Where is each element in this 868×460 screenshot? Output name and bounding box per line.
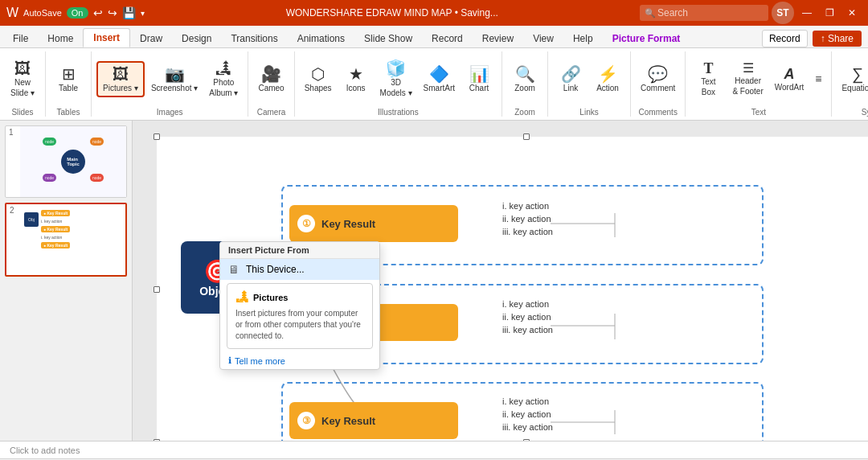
tab-animations[interactable]: Animations [288, 30, 354, 47]
tab-picture-format[interactable]: Picture Format [603, 30, 690, 47]
slides-group-label: Slides [5, 106, 40, 117]
photo-album-btn[interactable]: 🏞 Photo Album ▾ [204, 57, 243, 101]
pictures-btn[interactable]: 🖼 Pictures ▾ [96, 61, 145, 97]
minimize-button[interactable]: — [797, 3, 817, 23]
autosave-toggle[interactable]: On [67, 7, 88, 18]
ribbon-group-camera: 🎥 Cameo Camera [248, 51, 294, 117]
cameo-btn[interactable]: 🎥 Cameo [253, 63, 289, 96]
wordart-icon: A [784, 67, 795, 81]
main-area: 1 MainTopic node node node node 2 Obj [0, 121, 868, 441]
redo-icon[interactable]: ↪ [108, 6, 117, 19]
search-icon: 🔍 [645, 8, 656, 18]
handle-bl[interactable] [154, 439, 160, 441]
ribbon-group-links: 🔗 Link ⚡ Action Links [548, 51, 631, 117]
kr1-action-2: ii. key action [502, 214, 553, 224]
slide-thumb-1[interactable]: 1 MainTopic node node node node [5, 125, 127, 198]
text-group-label: Text [690, 106, 826, 117]
action-icon: ⚡ [598, 66, 618, 82]
link-icon: 🔗 [561, 66, 581, 82]
tooltip-title: Pictures [253, 293, 288, 302]
handle-bc[interactable] [523, 439, 530, 441]
kr2-action-1: i. key action [502, 299, 553, 309]
titlebar: W AutoSave On ↩ ↪ 💾 ▾ WONDERSHARE EDRAW … [0, 0, 868, 26]
symbols-group-label: Symbols [837, 106, 868, 117]
tab-review[interactable]: Review [473, 30, 523, 47]
table-btn[interactable]: ⊞ Table [51, 63, 86, 96]
kr1-num: ① [297, 215, 315, 232]
icons-btn[interactable]: ★ Icons [338, 63, 374, 96]
new-slide-btn[interactable]: 🖼 New Slide ▾ [5, 57, 40, 101]
undo-icon[interactable]: ↩ [93, 6, 103, 19]
cameo-icon: 🎥 [261, 66, 281, 82]
textbox-icon: T [703, 61, 713, 76]
ribbon-group-zoom: 🔍 Zoom Zoom [502, 51, 548, 117]
tab-draw[interactable]: Draw [130, 30, 172, 47]
shapes-btn[interactable]: ⬡ Shapes [300, 63, 337, 96]
dropdown-icon[interactable]: ▾ [141, 9, 145, 18]
close-button[interactable]: ✕ [842, 3, 862, 23]
action-btn[interactable]: ⚡ Action [590, 63, 625, 96]
ribbon-group-links-items: 🔗 Link ⚡ Action [553, 51, 625, 106]
wordart-btn[interactable]: A WordArt [770, 64, 809, 95]
tab-file[interactable]: File [3, 30, 38, 47]
device-label: This Device... [246, 264, 305, 275]
tab-insert[interactable]: Insert [83, 28, 130, 47]
slide-number-1: 1 [6, 126, 17, 138]
pictures-icon: 🖼 [113, 66, 129, 82]
equation-btn[interactable]: ∑ Equation [837, 63, 868, 96]
canvas-area: 🎯 Object ① Key Result i. key action ii. … [133, 121, 868, 441]
handle-ml[interactable] [154, 286, 160, 293]
search-input[interactable] [640, 5, 768, 21]
share-button[interactable]: ↑ Share [813, 31, 862, 47]
photo-album-icon: 🏞 [215, 60, 231, 76]
ribbon-group-zoom-items: 🔍 Zoom [507, 51, 542, 106]
comments-group-label: Comments [636, 106, 680, 117]
tooltip-header: 🏞 Pictures [235, 290, 364, 305]
ribbon-group-slides: 🖼 New Slide ▾ Slides [0, 51, 46, 117]
tab-home[interactable]: Home [38, 30, 83, 47]
info-icon: ℹ [228, 355, 231, 366]
kr1-actions: i. key action ii. key action iii. key ac… [502, 201, 553, 236]
tab-design[interactable]: Design [172, 30, 221, 47]
ribbon: 🖼 New Slide ▾ Slides ⊞ Table Tables 🖼 Pi… [0, 48, 868, 121]
titlebar-right: 🔍 ST — ❐ ✕ [640, 2, 862, 24]
dropdown-item-device[interactable]: 🖥 This Device... [220, 259, 379, 280]
ribbon-group-images-items: 🖼 Pictures ▾ 📷 Screenshot ▾ 🏞 Photo Albu… [96, 51, 243, 106]
comment-btn[interactable]: 💬 Comment [636, 63, 680, 96]
ribbon-group-tables: ⊞ Table Tables [46, 51, 92, 117]
header-footer-btn[interactable]: ☰ Header & Footer [727, 59, 768, 99]
notes-bar[interactable]: Click to add notes [0, 441, 868, 458]
chart-btn[interactable]: 📊 Chart [461, 63, 497, 96]
slide-preview-2: Obj ● Key Result i. key action ● Key Res… [21, 204, 125, 275]
link-btn[interactable]: 🔗 Link [553, 63, 588, 96]
tab-slideshow[interactable]: Slide Show [354, 30, 422, 47]
tab-record[interactable]: Record [422, 30, 473, 47]
ribbon-group-slides-items: 🖼 New Slide ▾ [5, 51, 40, 106]
restore-button[interactable]: ❐ [820, 3, 839, 23]
kr3-actions: i. key action ii. key action iii. key ac… [502, 396, 553, 432]
handle-tc[interactable] [523, 133, 530, 140]
more-text-btn[interactable]: ≡ [810, 69, 826, 88]
zoom-btn[interactable]: 🔍 Zoom [507, 63, 542, 96]
slide-preview-1: MainTopic node node node node [20, 126, 126, 197]
autosave-label: AutoSave [23, 8, 62, 18]
tell-more-link[interactable]: ℹ Tell me more [220, 352, 379, 369]
textbox-btn[interactable]: T Text Box [690, 58, 726, 100]
record-button[interactable]: Record [762, 30, 808, 47]
handle-tl[interactable] [154, 133, 160, 140]
tab-transitions[interactable]: Transitions [221, 30, 287, 47]
3d-models-btn[interactable]: 🧊 3D Models ▾ [375, 57, 417, 101]
word-icon: W [6, 6, 18, 20]
titlebar-left: W AutoSave On ↩ ↪ 💾 ▾ [6, 6, 145, 20]
tab-view[interactable]: View [523, 30, 563, 47]
ribbon-tabs: File Home Insert Draw Design Transitions… [0, 26, 868, 48]
quick-save-icon[interactable]: 💾 [122, 6, 136, 19]
kr3-box: ③ Key Result [289, 402, 458, 439]
slide-thumb-2[interactable]: 2 Obj ● Key Result i. key action ● Key R… [5, 203, 127, 277]
insert-picture-dropdown: Insert Picture From 🖥 This Device... 🏞 P… [219, 241, 380, 370]
tab-help[interactable]: Help [563, 30, 603, 47]
screenshot-btn[interactable]: 📷 Screenshot ▾ [146, 63, 203, 96]
smartart-btn[interactable]: 🔷 SmartArt [419, 63, 460, 96]
ribbon-group-comments-items: 💬 Comment [636, 51, 680, 106]
ribbon-group-camera-items: 🎥 Cameo [253, 51, 289, 106]
